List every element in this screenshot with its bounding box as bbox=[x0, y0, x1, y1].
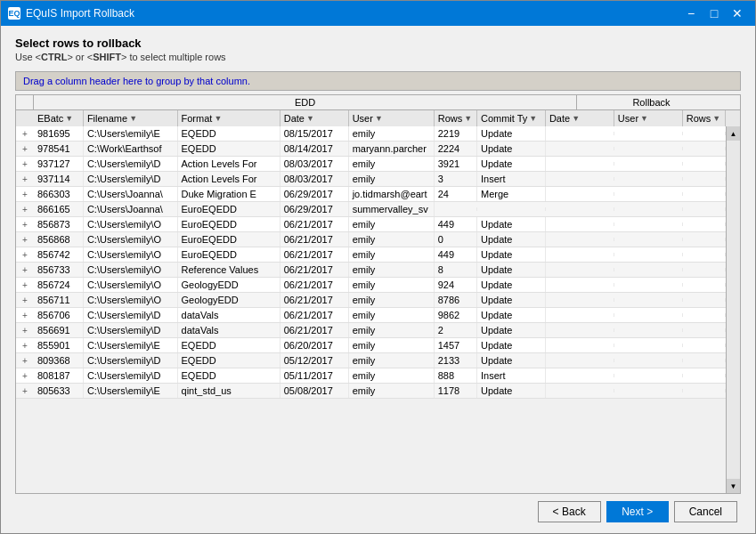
cell-col-committy: Update bbox=[477, 126, 546, 141]
col-header-rb-rows[interactable]: Rows ▼ bbox=[683, 110, 726, 126]
col-header-rb-user[interactable]: User ▼ bbox=[614, 110, 683, 126]
row-expander[interactable]: + bbox=[16, 311, 34, 320]
row-expander[interactable]: + bbox=[16, 144, 34, 154]
col-header-user[interactable]: User ▼ bbox=[349, 110, 435, 126]
table-body[interactable]: +981695C:\Users\emily\EEQEDD08/15/2017em… bbox=[16, 126, 726, 493]
cancel-button[interactable]: Cancel bbox=[674, 501, 737, 522]
table-row[interactable]: +856873C:\Users\emily\OEuroEQEDD06/21/20… bbox=[16, 217, 726, 232]
cell-col-rb-date bbox=[546, 207, 614, 211]
cell-col-committy: Update bbox=[477, 384, 546, 398]
row-expander[interactable]: + bbox=[16, 326, 34, 336]
table-row[interactable]: +855901C:\Users\emily\EEQEDD06/20/2017em… bbox=[16, 338, 726, 353]
row-expander[interactable]: + bbox=[16, 235, 34, 245]
cell-col-rb-user bbox=[614, 192, 683, 196]
cell-col-rb-date bbox=[546, 283, 614, 287]
row-expander[interactable]: + bbox=[16, 341, 34, 351]
table-row[interactable]: +856742C:\Users\emily\OEuroEQEDD06/21/20… bbox=[16, 247, 726, 263]
col-header-filename[interactable]: Filename ▼ bbox=[84, 110, 178, 126]
row-expander[interactable]: + bbox=[16, 386, 34, 396]
cell-col-date: 06/21/2017 bbox=[280, 217, 349, 231]
cell-col-filename: C:\Users\emily\D bbox=[84, 172, 178, 186]
cell-col-format: dataVals bbox=[178, 323, 280, 337]
cell-col-rb-date bbox=[546, 313, 614, 317]
back-button[interactable]: < Back bbox=[538, 501, 601, 522]
cell-col-ebatc: 855901 bbox=[34, 338, 84, 352]
row-expander[interactable]: + bbox=[16, 159, 34, 169]
edd-section-label: EDD bbox=[34, 95, 577, 109]
row-expander[interactable]: + bbox=[16, 250, 34, 260]
row-expander[interactable]: + bbox=[16, 280, 34, 290]
row-expander[interactable]: + bbox=[16, 220, 34, 230]
row-expander[interactable]: + bbox=[16, 205, 34, 214]
scrollbar-up[interactable]: ▲ bbox=[727, 126, 740, 141]
row-expander[interactable]: + bbox=[16, 356, 34, 366]
cell-col-rb-rows bbox=[683, 222, 726, 226]
cell-col-rb-date bbox=[546, 222, 614, 226]
col-header-rb-date[interactable]: Date ▼ bbox=[546, 110, 614, 126]
close-button[interactable]: ✕ bbox=[727, 4, 748, 22]
cell-col-filename: C:\Users\emily\O bbox=[84, 232, 178, 247]
cell-col-committy: Update bbox=[477, 323, 546, 337]
table-row[interactable]: +856691C:\Users\emily\DdataVals06/21/201… bbox=[16, 323, 726, 338]
cell-col-format: dataVals bbox=[178, 308, 280, 322]
row-expander[interactable]: + bbox=[16, 295, 34, 305]
table-row[interactable]: +937114C:\Users\emily\DAction Levels For… bbox=[16, 172, 726, 187]
table-row[interactable]: +856724C:\Users\emily\OGeologyEDD06/21/2… bbox=[16, 278, 726, 293]
table-row[interactable]: +805633C:\Users\emily\Eqint_std_us05/08/… bbox=[16, 384, 726, 399]
cell-col-filename: C:\Users\emily\O bbox=[84, 278, 178, 292]
maximize-button[interactable]: □ bbox=[703, 4, 725, 22]
table-row[interactable]: +856733C:\Users\emily\OReference Values0… bbox=[16, 263, 726, 278]
cell-col-rows: 1178 bbox=[435, 384, 477, 398]
cell-col-user: emily bbox=[349, 308, 435, 322]
col-header-rows[interactable]: Rows ▼ bbox=[435, 110, 477, 126]
table-row[interactable]: +856711C:\Users\emily\OGeologyEDD06/21/2… bbox=[16, 293, 726, 308]
minimize-button[interactable]: − bbox=[680, 4, 702, 22]
cell-col-rb-rows bbox=[683, 389, 726, 392]
cell-col-user: emily bbox=[349, 157, 435, 171]
cell-col-rb-date bbox=[546, 268, 614, 271]
cell-col-committy: Update bbox=[477, 293, 546, 307]
row-expander[interactable]: + bbox=[16, 174, 34, 184]
table-row[interactable]: +808187C:\Users\emily\DEQEDD05/11/2017em… bbox=[16, 368, 726, 384]
col-header-date[interactable]: Date ▼ bbox=[280, 110, 349, 126]
cell-col-date: 06/21/2017 bbox=[280, 232, 349, 247]
table-row[interactable]: +978541C:\Work\EarthsofEQEDD08/14/2017ma… bbox=[16, 142, 726, 157]
sort-icon-rows: ▼ bbox=[464, 114, 472, 123]
cell-col-ebatc: 856691 bbox=[34, 323, 84, 337]
col-header-format[interactable]: Format ▼ bbox=[178, 110, 280, 126]
sort-icon-rb-rows: ▼ bbox=[712, 114, 720, 123]
row-expander[interactable]: + bbox=[16, 190, 34, 199]
cell-col-rb-rows bbox=[683, 374, 726, 377]
col-header-committy[interactable]: Commit Ty ▼ bbox=[477, 110, 546, 126]
cell-col-filename: C:\Users\emily\O bbox=[84, 247, 178, 262]
cell-col-rb-rows bbox=[683, 328, 726, 332]
cell-col-rows: 2219 bbox=[435, 126, 477, 141]
cell-col-committy: Update bbox=[477, 217, 546, 231]
table-row[interactable]: +866165C:\Users\Joanna\EuroEQEDD06/29/20… bbox=[16, 202, 726, 217]
page-title: Select rows to rollback bbox=[15, 36, 741, 50]
cell-col-filename: C:\Users\emily\D bbox=[84, 323, 178, 337]
vertical-scrollbar[interactable]: ▲ ▼ bbox=[726, 126, 740, 493]
row-expander[interactable]: + bbox=[16, 129, 34, 139]
next-button[interactable]: Next > bbox=[606, 501, 669, 522]
cell-col-committy: Update bbox=[477, 247, 546, 262]
cell-col-format: EuroEQEDD bbox=[178, 247, 280, 262]
cell-col-rb-date bbox=[546, 359, 614, 362]
table-row[interactable]: +856706C:\Users\emily\DdataVals06/21/201… bbox=[16, 308, 726, 323]
cell-col-ebatc: 856724 bbox=[34, 278, 84, 292]
table-row[interactable]: +856868C:\Users\emily\OEuroEQEDD06/21/20… bbox=[16, 232, 726, 247]
cell-col-filename: C:\Users\emily\D bbox=[84, 368, 178, 383]
col-header-ebatc[interactable]: EBatc ▼ bbox=[34, 110, 84, 126]
cell-col-ebatc: 856873 bbox=[34, 217, 84, 231]
table-row[interactable]: +809368C:\Users\emily\DEQEDD05/12/2017em… bbox=[16, 353, 726, 368]
row-expander[interactable]: + bbox=[16, 371, 34, 381]
table-row[interactable]: +981695C:\Users\emily\EEQEDD08/15/2017em… bbox=[16, 126, 726, 142]
cell-col-date: 05/11/2017 bbox=[280, 368, 349, 383]
scrollbar-down[interactable]: ▼ bbox=[727, 479, 740, 493]
table-row[interactable]: +866303C:\Users\Joanna\Duke Migration E0… bbox=[16, 187, 726, 202]
cell-col-date: 06/29/2017 bbox=[280, 202, 349, 216]
row-expander[interactable]: + bbox=[16, 265, 34, 275]
cell-col-ebatc: 808187 bbox=[34, 368, 84, 383]
cell-col-rb-date bbox=[546, 162, 614, 166]
table-row[interactable]: +937127C:\Users\emily\DAction Levels For… bbox=[16, 157, 726, 172]
